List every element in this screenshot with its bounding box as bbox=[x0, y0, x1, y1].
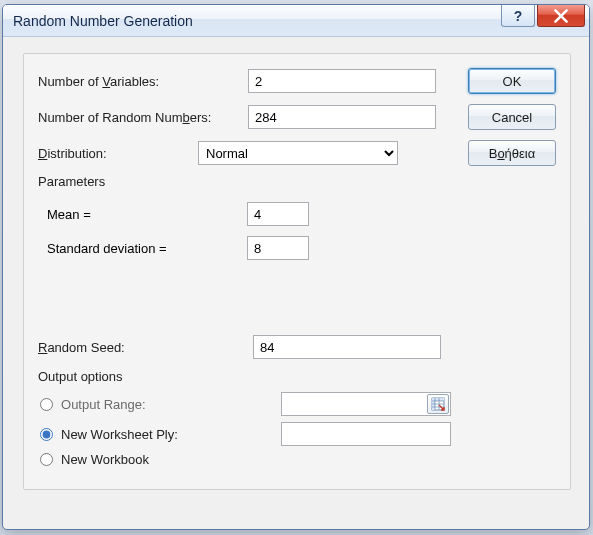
ok-button[interactable]: OK bbox=[468, 68, 556, 94]
vertical-spacer bbox=[38, 311, 556, 335]
ply-wrap bbox=[281, 422, 451, 446]
label-mean: Mean = bbox=[47, 207, 247, 222]
parameters-group-label: Parameters bbox=[38, 174, 556, 189]
mean-input[interactable] bbox=[247, 202, 309, 226]
label-seed: Random Seed: bbox=[38, 340, 253, 355]
output-range-wrap bbox=[281, 392, 451, 416]
label-stddev: Standard deviation = bbox=[47, 241, 247, 256]
close-icon bbox=[554, 9, 568, 23]
parameters-group: Mean = Standard deviation = bbox=[38, 197, 556, 311]
stddev-input[interactable] bbox=[247, 236, 309, 260]
dialog-content: Number of Variables: OK Number of Random… bbox=[3, 37, 589, 508]
worksheet-ply-input[interactable] bbox=[281, 422, 451, 446]
cancel-button[interactable]: Cancel bbox=[468, 104, 556, 130]
label-new-worksheet-ply: New Worksheet Ply: bbox=[61, 427, 281, 442]
radio-output-range[interactable] bbox=[40, 398, 53, 411]
row-stddev: Standard deviation = bbox=[47, 236, 555, 260]
ref-picker-button[interactable] bbox=[427, 394, 449, 414]
help-button[interactable]: ? bbox=[501, 5, 535, 27]
radio-new-worksheet-ply[interactable] bbox=[40, 428, 53, 441]
row-mean: Mean = bbox=[47, 202, 555, 226]
question-icon: ? bbox=[514, 8, 523, 24]
radio-new-workbook[interactable] bbox=[40, 453, 53, 466]
row-seed: Random Seed: bbox=[38, 335, 556, 359]
window-title: Random Number Generation bbox=[13, 13, 193, 29]
grid-ref-icon bbox=[431, 397, 445, 411]
distribution-select[interactable]: Normal bbox=[198, 141, 398, 165]
dialog-random-number-generation: Random Number Generation ? Number of Var… bbox=[2, 4, 590, 530]
label-distribution: Distribution: bbox=[38, 146, 198, 161]
label-new-workbook: New Workbook bbox=[61, 452, 281, 467]
row-num-random: Number of Random Numbers: Cancel bbox=[38, 104, 556, 130]
output-range-input bbox=[281, 392, 451, 416]
num-random-input[interactable] bbox=[248, 105, 436, 129]
field-num-variables bbox=[248, 69, 438, 93]
label-num-random: Number of Random Numbers: bbox=[38, 110, 248, 125]
close-button[interactable] bbox=[537, 5, 585, 27]
main-panel: Number of Variables: OK Number of Random… bbox=[23, 53, 571, 490]
titlebar: Random Number Generation ? bbox=[3, 5, 589, 37]
window-controls: ? bbox=[501, 5, 585, 27]
num-variables-input[interactable] bbox=[248, 69, 436, 93]
label-num-variables: Number of Variables: bbox=[38, 74, 248, 89]
row-distribution: Distribution: Normal Βοήθεια bbox=[38, 140, 556, 166]
row-new-worksheet-ply: New Worksheet Ply: bbox=[38, 422, 556, 446]
row-new-workbook: New Workbook bbox=[38, 452, 556, 467]
output-group-label: Output options bbox=[38, 369, 556, 384]
row-num-variables: Number of Variables: OK bbox=[38, 68, 556, 94]
row-output-range: Output Range: bbox=[38, 392, 556, 416]
output-options-group: Output Range: bbox=[38, 392, 556, 467]
seed-input[interactable] bbox=[253, 335, 441, 359]
help-greek-button[interactable]: Βοήθεια bbox=[468, 140, 556, 166]
label-output-range: Output Range: bbox=[61, 397, 281, 412]
